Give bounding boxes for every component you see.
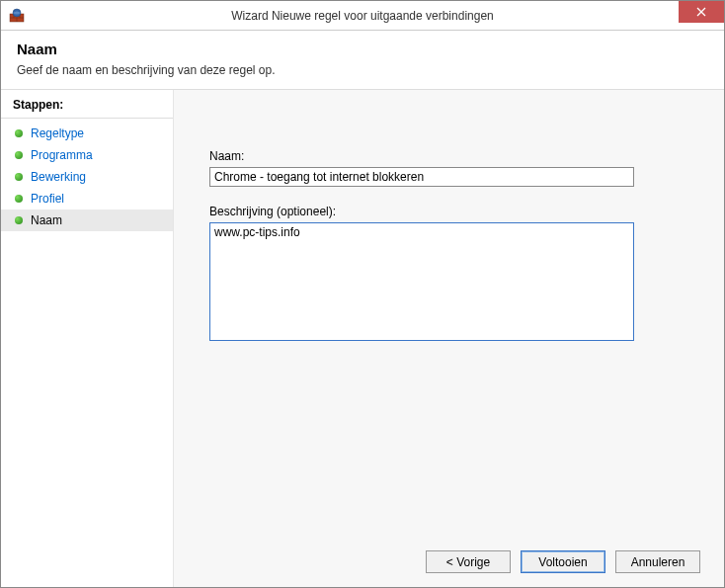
step-label: Bewerking — [31, 170, 86, 184]
step-bullet-icon — [15, 129, 23, 137]
steps-heading: Stappen: — [1, 92, 173, 119]
wizard-header: Naam Geef de naam en beschrijving van de… — [1, 31, 724, 90]
back-button[interactable]: < Vorige — [426, 550, 511, 573]
description-textarea[interactable] — [209, 222, 634, 341]
description-label: Beschrijving (optioneel): — [209, 205, 685, 218]
step-bullet-icon — [15, 151, 23, 159]
firewall-icon — [9, 8, 25, 24]
name-label: Naam: — [209, 149, 685, 163]
description-field-group: Beschrijving (optioneel): — [209, 205, 685, 344]
name-field-group: Naam: — [209, 149, 685, 187]
wizard-window: Wizard Nieuwe regel voor uitgaande verbi… — [0, 0, 725, 588]
step-bullet-icon — [15, 173, 23, 181]
step-label: Programma — [31, 148, 93, 162]
step-programma[interactable]: Programma — [1, 144, 173, 166]
step-naam[interactable]: Naam — [1, 210, 173, 231]
step-regeltype[interactable]: Regeltype — [1, 123, 173, 144]
finish-button[interactable]: Voltooien — [521, 550, 605, 573]
close-button[interactable] — [679, 1, 724, 23]
step-label: Regeltype — [31, 126, 84, 140]
step-bullet-icon — [15, 216, 23, 224]
step-profiel[interactable]: Profiel — [1, 188, 173, 210]
titlebar: Wizard Nieuwe regel voor uitgaande verbi… — [1, 1, 724, 31]
steps-sidebar: Stappen: Regeltype Programma Bewerking P… — [1, 90, 174, 587]
wizard-body: Stappen: Regeltype Programma Bewerking P… — [1, 90, 724, 587]
step-label: Naam — [31, 213, 62, 227]
step-bullet-icon — [15, 195, 23, 203]
button-row: < Vorige Voltooien Annuleren — [426, 550, 700, 573]
window-title: Wizard Nieuwe regel voor uitgaande verbi… — [1, 9, 724, 23]
close-icon — [696, 7, 706, 17]
page-title: Naam — [17, 41, 708, 57]
page-subtitle: Geef de naam en beschrijving van deze re… — [17, 63, 708, 77]
step-label: Profiel — [31, 192, 64, 206]
main-panel: Naam: Beschrijving (optioneel): < Vorige… — [174, 90, 724, 587]
name-input[interactable] — [209, 167, 634, 187]
step-bewerking[interactable]: Bewerking — [1, 166, 173, 188]
cancel-button[interactable]: Annuleren — [615, 550, 700, 573]
